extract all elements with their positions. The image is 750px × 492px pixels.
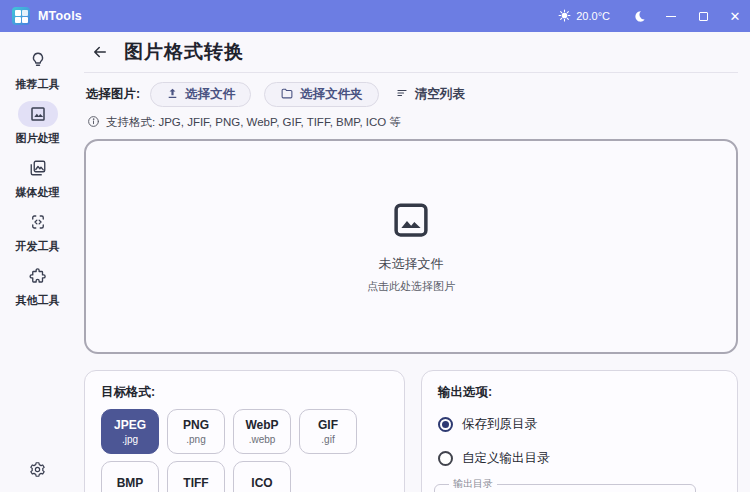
format-button-jpeg[interactable]: JPEG .jpg — [101, 409, 159, 454]
sidebar-item-dev-tools[interactable]: 开发工具 — [16, 209, 60, 254]
close-button[interactable]: ✕ — [720, 0, 750, 32]
puzzle-icon — [18, 263, 58, 289]
settings-gear-icon[interactable] — [29, 464, 46, 481]
folder-icon — [280, 87, 294, 103]
format-name: TIFF — [183, 476, 208, 490]
radio-label: 保存到原目录 — [462, 416, 537, 433]
output-options-panel: 输出选项: 保存到原目录 自定义输出目录 输出目录 — [421, 370, 738, 492]
minimize-button[interactable] — [656, 0, 686, 32]
main-content: 图片格式转换 选择图片: 选择文件 选择文件夹 — [75, 32, 750, 492]
select-file-label: 选择文件 — [185, 86, 235, 103]
file-dropzone[interactable]: 未选择文件 点击此处选择图片 — [84, 139, 738, 354]
sun-icon — [558, 9, 571, 24]
format-name: WebP — [245, 418, 278, 432]
radio-custom-output-dir[interactable]: 自定义输出目录 — [438, 450, 721, 467]
sidebar-item-label: 其他工具 — [16, 293, 60, 308]
sidebar-item-recommended-tools[interactable]: 推荐工具 — [16, 47, 60, 92]
target-format-panel: 目标格式: JPEG .jpg PNG .png WebP .webp GIF … — [84, 370, 405, 492]
back-arrow-icon[interactable] — [91, 43, 109, 61]
format-ext: .webp — [249, 434, 276, 445]
output-options-label: 输出选项: — [438, 384, 721, 401]
app-logo-icon — [12, 7, 30, 25]
sidebar-item-label: 开发工具 — [16, 239, 60, 254]
dropzone-subtitle: 点击此处选择图片 — [367, 279, 455, 294]
weather-indicator: 20.0°C — [558, 9, 610, 24]
photo-library-icon — [18, 155, 58, 181]
sidebar-item-label: 推荐工具 — [16, 77, 60, 92]
clear-list-button[interactable]: 清空列表 — [395, 86, 465, 103]
sidebar-item-label: 媒体处理 — [16, 185, 60, 200]
sidebar-item-other-tools[interactable]: 其他工具 — [16, 263, 60, 308]
file-select-toolbar: 选择图片: 选择文件 选择文件夹 清空列表 — [84, 82, 738, 107]
format-name: GIF — [318, 418, 338, 432]
format-name: ICO — [251, 476, 272, 490]
sidebar-item-label: 图片处理 — [16, 131, 60, 146]
format-name: PNG — [183, 418, 209, 432]
format-button-tiff[interactable]: TIFF — [167, 461, 225, 492]
format-button-png[interactable]: PNG .png — [167, 409, 225, 454]
format-grid: JPEG .jpg PNG .png WebP .webp GIF .gif B… — [101, 409, 388, 492]
output-directory-field[interactable]: 输出目录 — [434, 477, 696, 492]
page-header: 图片格式转换 — [84, 32, 738, 73]
info-icon — [87, 115, 100, 130]
supported-formats-info: 支持格式: JPG, JFIF, PNG, WebP, GIF, TIFF, B… — [84, 115, 738, 130]
sidebar: 推荐工具 图片处理 媒体处理 开发工具 — [0, 32, 75, 492]
temperature-value: 20.0°C — [576, 10, 610, 22]
radio-label: 自定义输出目录 — [462, 450, 550, 467]
format-ext: .png — [186, 434, 205, 445]
format-name: JPEG — [114, 418, 146, 432]
image-icon — [18, 101, 58, 127]
select-folder-button[interactable]: 选择文件夹 — [264, 82, 379, 107]
target-format-label: 目标格式: — [101, 384, 388, 401]
format-button-ico[interactable]: ICO — [233, 461, 291, 492]
select-image-label: 选择图片: — [86, 86, 140, 103]
sidebar-item-image-processing[interactable]: 图片处理 — [16, 101, 60, 146]
format-button-gif[interactable]: GIF .gif — [299, 409, 357, 454]
page-title: 图片格式转换 — [124, 39, 244, 65]
supported-formats-text: 支持格式: JPG, JFIF, PNG, WebP, GIF, TIFF, B… — [106, 115, 401, 130]
radio-icon — [438, 417, 453, 432]
select-folder-label: 选择文件夹 — [300, 86, 363, 103]
clear-list-icon — [395, 87, 409, 102]
select-file-button[interactable]: 选择文件 — [150, 82, 251, 107]
format-button-bmp[interactable]: BMP — [101, 461, 159, 492]
radio-icon — [438, 451, 453, 466]
format-ext: .jpg — [122, 434, 138, 445]
upload-icon — [166, 87, 179, 103]
clear-list-label: 清空列表 — [415, 86, 465, 103]
app-name: MTools — [38, 9, 82, 23]
sidebar-item-media-processing[interactable]: 媒体处理 — [16, 155, 60, 200]
format-button-webp[interactable]: WebP .webp — [233, 409, 291, 454]
lightbulb-icon — [18, 47, 58, 73]
maximize-button[interactable] — [688, 0, 718, 32]
dropzone-title: 未选择文件 — [379, 255, 444, 273]
output-directory-field-label: 输出目录 — [449, 477, 497, 491]
format-ext: .gif — [321, 434, 334, 445]
titlebar: MTools 20.0°C ✕ — [0, 0, 750, 32]
image-placeholder-icon — [390, 199, 432, 245]
radio-save-original-dir[interactable]: 保存到原目录 — [438, 416, 721, 433]
code-icon — [18, 209, 58, 235]
format-name: BMP — [117, 476, 144, 490]
theme-toggle-moon-icon[interactable] — [624, 0, 654, 32]
